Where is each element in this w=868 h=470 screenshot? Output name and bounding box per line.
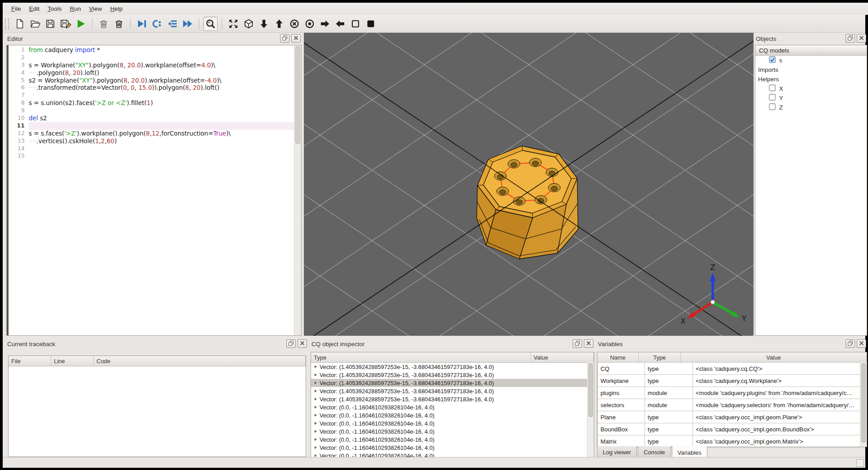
iso-view-button[interactable] [241, 17, 256, 31]
column-header-code[interactable]: Code [94, 356, 306, 366]
tab-console[interactable]: Console [638, 446, 671, 458]
expand-arrow-icon[interactable] [315, 382, 317, 384]
close-panel-button[interactable] [857, 339, 866, 348]
expand-arrow-icon[interactable] [315, 365, 317, 368]
tree-item-y[interactable]: Y [755, 93, 867, 103]
expand-arrow-icon[interactable] [315, 398, 317, 400]
unchecked-checkbox[interactable] [769, 84, 776, 93]
inspector-panel-titlebar: CQ object inspector [311, 338, 594, 349]
view-front-button[interactable] [302, 17, 317, 31]
inspector-row[interactable]: Vector: (1.4053924288597253e-15, -3.6804… [311, 379, 594, 387]
open-file-button[interactable] [28, 17, 42, 31]
expand-arrow-icon[interactable] [315, 438, 317, 441]
variable-row[interactable]: pluginsmodule<module 'cadquery.plugins' … [598, 387, 860, 399]
inspector-scrollbar[interactable] [587, 362, 594, 459]
view-bottom-button[interactable] [257, 17, 271, 31]
wireframe-view-button[interactable] [348, 17, 363, 31]
inspector-row[interactable]: Vector: (1.4053924288597253e-15, -3.6804… [311, 371, 594, 379]
column-header-type[interactable]: Type [639, 352, 681, 362]
save-button[interactable] [43, 17, 57, 31]
menu-edit[interactable]: Edit [25, 4, 44, 13]
variable-row[interactable]: Workplanetype<class 'cadquery.cq.Workpla… [598, 375, 860, 387]
tree-group-cq-models[interactable]: CQ models [755, 45, 867, 56]
editor-scrollbar-thumb[interactable] [295, 46, 300, 144]
debug-run-button[interactable] [135, 17, 149, 31]
run-script-button[interactable] [74, 17, 88, 31]
checked-checkbox[interactable] [769, 56, 776, 65]
shaded-view-button[interactable] [364, 17, 378, 31]
expand-arrow-icon[interactable] [315, 373, 317, 376]
menu-help[interactable]: Help [106, 4, 127, 13]
expand-arrow-icon[interactable] [315, 422, 317, 425]
tree-item-x[interactable]: X [755, 84, 867, 93]
inspector-row[interactable]: Vector: (0.0, -1.1604610293826104e-16, 4… [311, 444, 594, 452]
tree-item-imports[interactable]: Imports [755, 65, 867, 75]
float-panel-button[interactable] [280, 34, 289, 43]
variable-row[interactable]: Planetype<class 'cadquery.occ_impl.geom.… [598, 411, 860, 423]
close-panel-button[interactable] [298, 339, 307, 348]
unchecked-checkbox[interactable] [769, 103, 776, 112]
menu-file[interactable]: File [7, 4, 25, 13]
variable-row[interactable]: selectorsmodule<module 'cadquery.selecto… [598, 399, 860, 411]
expand-arrow-icon[interactable] [315, 390, 317, 392]
variable-row[interactable]: BoundBoxtype<class 'cadquery.occ_impl.ge… [598, 423, 860, 435]
view-left-button[interactable] [333, 17, 347, 31]
unchecked-checkbox[interactable] [769, 94, 776, 102]
inspector-row[interactable]: Vector: (1.4053924288597253e-15, -3.6804… [311, 387, 594, 395]
expand-arrow-icon[interactable] [315, 414, 317, 417]
save-as-button[interactable] [58, 17, 73, 31]
menu-run[interactable]: Run [66, 4, 85, 13]
fit-view-button[interactable] [226, 17, 241, 31]
menu-tools[interactable]: Tools [44, 4, 66, 13]
run-fast-button[interactable] [180, 17, 195, 31]
view-back-button[interactable] [287, 17, 302, 31]
tab-log-viewer[interactable]: Log viewer [597, 446, 637, 458]
inspector-row[interactable]: Vector: (0.0, -1.1604610293826104e-16, 4… [311, 411, 594, 419]
3d-viewport[interactable]: Z X Y [304, 33, 754, 336]
expand-arrow-icon[interactable] [315, 430, 317, 433]
editor-scrollbar[interactable] [294, 45, 301, 335]
wireframe-view-icon [350, 18, 361, 29]
column-header-name[interactable]: Name [597, 352, 639, 362]
float-panel-button[interactable] [846, 34, 855, 43]
step-over-button[interactable] [150, 17, 164, 31]
menu-view[interactable]: View [85, 4, 106, 13]
close-panel-button[interactable] [857, 34, 866, 43]
float-panel-button[interactable] [846, 339, 855, 348]
toolbar-drag-handle[interactable] [5, 18, 9, 29]
view-right-button[interactable] [318, 17, 332, 31]
step-into-button[interactable] [165, 17, 180, 31]
delete-button[interactable] [112, 17, 126, 31]
float-panel-button[interactable] [286, 339, 296, 348]
tree-item-helpers[interactable]: Helpers [755, 75, 867, 84]
variable-row[interactable]: CQtype<class 'cadquery.cq.CQ'> [598, 363, 860, 375]
column-header-file[interactable]: File [9, 356, 51, 366]
expand-arrow-icon[interactable] [315, 406, 317, 409]
variables-scrollbar-thumb[interactable] [861, 363, 866, 443]
tree-item-z[interactable]: Z [755, 103, 867, 112]
column-header-type[interactable]: Type [311, 352, 531, 362]
new-file-button[interactable] [13, 17, 27, 31]
variable-row[interactable]: Matrixtype<class 'cadquery.occ_impl.geom… [598, 435, 860, 448]
inspector-scrollbar-thumb[interactable] [588, 363, 593, 417]
inspector-row[interactable]: Vector: (1.4053924288597253e-15, -3.6804… [311, 395, 594, 403]
close-panel-button[interactable] [584, 339, 593, 348]
inspector-row[interactable]: Vector: (0.0, -1.1604610293826104e-16, 4… [311, 435, 594, 444]
float-panel-button[interactable] [573, 339, 582, 348]
column-header-value[interactable]: Value [531, 352, 594, 362]
expand-arrow-icon[interactable] [315, 446, 317, 449]
resize-grip[interactable] [856, 459, 864, 467]
variables-scrollbar[interactable] [860, 362, 867, 447]
clear-temp-button[interactable] [96, 17, 111, 31]
close-panel-button[interactable] [291, 34, 301, 43]
column-header-line[interactable]: Line [51, 356, 94, 366]
inspector-row[interactable]: Vector: (1.4053924288597253e-15, -3.6804… [311, 363, 594, 371]
inspector-row[interactable]: Vector: (0.0, -1.1604610293826104e-16, 4… [311, 419, 594, 427]
tree-item-s[interactable]: s [755, 56, 867, 65]
inspect-object-button[interactable] [203, 17, 218, 31]
inspector-row[interactable]: Vector: (0.0, -1.1604610293826104e-16, 4… [311, 403, 594, 411]
view-top-button[interactable] [272, 17, 286, 31]
inspector-row[interactable]: Vector: (0.0, -1.1604610293826104e-16, 4… [311, 427, 594, 435]
column-header-value[interactable]: Value [681, 352, 867, 362]
code-editor[interactable]: 1from cadquery import *23s = Workplane("… [9, 46, 294, 334]
